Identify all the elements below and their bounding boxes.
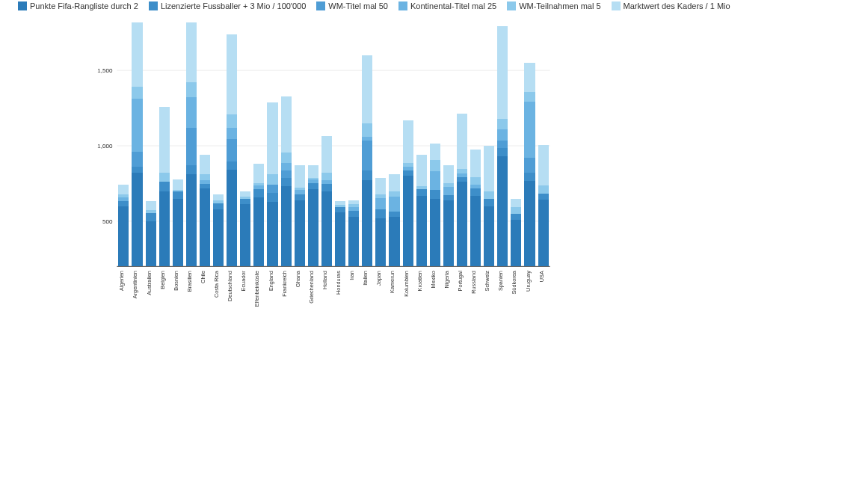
bar-segment [213,203,224,209]
bar-segment [362,55,372,123]
y-tick-label: 1,500 [97,67,113,74]
bar-segment [430,160,440,171]
bar-segment [403,176,413,266]
bar-segment [159,173,170,182]
x-tick-label: Ghana [295,270,301,287]
bar-segment [146,201,156,210]
bar-segment [227,34,237,114]
x-tick-label: Spanien [497,271,504,291]
bar-segment [524,158,535,173]
bar-segment [430,190,440,198]
bar-segment [295,190,305,194]
bar-segment [470,188,481,195]
x-tick-label: Deutschland [227,271,233,301]
bar-segment [308,183,318,189]
bar-segment [389,191,399,197]
x-tick-label: Italien [362,271,369,286]
x-tick-label: Elfenbeinküste [253,271,260,307]
x-tick-label: Mexiko [430,271,437,288]
bar-segment [497,26,508,119]
legend-item[interactable]: WM-Titel mal 50 [316,1,388,10]
bar-segment [348,204,359,207]
x-tick-label: Australien [146,271,153,295]
bar-segment [511,207,521,214]
bar-segment [470,185,481,188]
x-tick-label: Brasilien [186,271,193,292]
bar-segment [443,183,454,187]
bar-segment [253,183,264,185]
bar-segment [335,212,345,267]
bar-segment [470,196,481,267]
bar-segment [389,197,399,212]
bar-segment [362,137,372,141]
bar-segment [389,217,399,267]
bar-segment [362,170,372,180]
x-tick-label: Belgien [159,271,166,289]
x-tick-label: Russland [470,271,477,294]
x-tick-label: Honduras [335,271,342,295]
bar-segment [511,214,521,220]
legend-item[interactable]: Marktwert des Kaders / 1 Mio [612,1,730,10]
bar-segment [335,207,345,212]
bar-segment [240,191,250,197]
bar-segment [186,97,197,127]
bar-segment [200,155,210,174]
bar-segment [118,185,129,194]
legend-item[interactable]: Punkte Fifa-Rangliste durch 2 [18,1,138,10]
legend-label: Kontinental-Titel mal 25 [410,1,496,10]
bar-segment [403,167,413,170]
bar-segment [281,170,292,178]
legend-swatch [149,1,158,10]
bar-segment [321,191,332,267]
bar-segment [253,189,264,197]
bar-segment [457,182,467,266]
legend-item[interactable]: Kontinental-Titel mal 25 [398,1,496,10]
bar-segment [253,164,264,183]
bar-segment [348,207,359,211]
bar-segment [281,153,292,163]
bar-segment [118,197,129,201]
x-tick-label: Kamerun [389,271,395,293]
bar-segment [470,150,481,177]
y-tick-label: 500 [102,218,113,225]
bar-segment [267,202,277,267]
bar-segment [132,22,142,87]
bar-segment [227,128,237,139]
bar-segment [335,205,345,207]
bar-segment [173,190,183,191]
bar-segment [416,196,427,267]
legend-label: WM-Teilnahmen mal 5 [519,1,600,10]
bar-segment [538,185,549,193]
bar-segment [159,182,170,191]
x-tick-label: Nigeria [443,270,450,288]
legend-swatch [18,1,27,10]
legend-label: Marktwert des Kaders / 1 Mio [624,1,730,10]
bar-segment [267,102,277,175]
legend-swatch [507,1,516,10]
bar-segment [362,180,372,266]
bar-segment [200,174,210,180]
bar-segment [362,141,372,170]
bar-segment [308,165,318,178]
bar-segment [484,199,494,206]
bar-segment [511,220,521,267]
bar-segment [295,200,305,267]
bar-segment [362,123,372,137]
chart-legend: Punkte Fifa-Rangliste durch 2Lizenzierte… [0,0,868,13]
x-tick-label: Frankreich [281,271,288,297]
bar-segment [146,213,156,221]
legend-swatch [612,1,621,10]
bar-segment [524,181,535,266]
bar-segment [227,170,237,266]
bar-segment [403,170,413,176]
bar-segment [186,82,197,97]
bar-segment [132,167,142,173]
x-tick-label: Uruguay [525,271,532,292]
bar-segment [511,199,521,207]
bar-segment [389,174,399,191]
bar-segment [132,99,142,152]
legend-item[interactable]: WM-Teilnahmen mal 5 [507,1,600,10]
bar-segment [321,173,332,180]
bar-segment [173,199,183,267]
legend-item[interactable]: Lizenzierte Fussballer + 3 Mio / 100'000 [149,1,306,10]
